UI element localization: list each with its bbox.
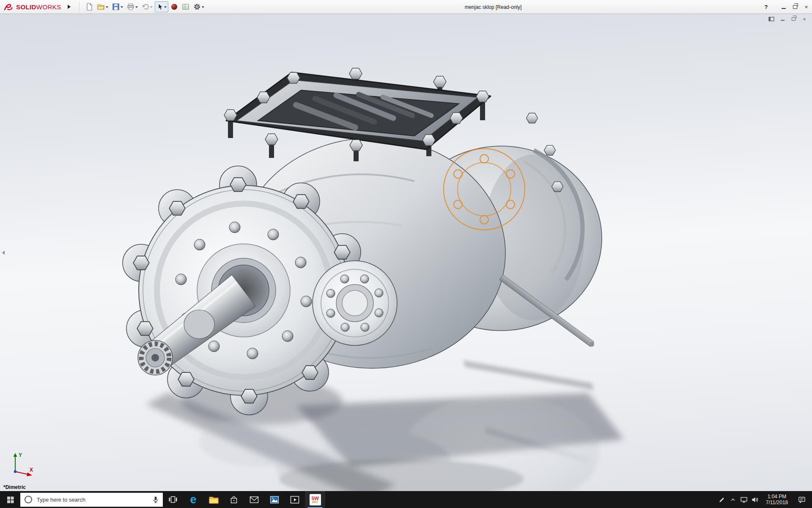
tray-clock[interactable]: 1:04 PM 7/11/2018: [760, 494, 793, 505]
microphone-icon[interactable]: [153, 496, 159, 503]
taskbar-item-mail[interactable]: [244, 491, 264, 508]
speaker-icon: [752, 497, 759, 503]
taskbar-item-file-explorer[interactable]: [203, 491, 224, 508]
select-dropdown-arrow[interactable]: [164, 6, 167, 9]
appearance-sphere-icon: [170, 3, 178, 11]
taskbar-item-movies-tv[interactable]: [285, 491, 305, 508]
mail-icon: [250, 496, 259, 503]
search-input[interactable]: [36, 496, 149, 503]
taskbar-item-photos[interactable]: [264, 491, 285, 508]
select-tool-button[interactable]: [155, 1, 168, 12]
print-dropdown-arrow[interactable]: [135, 6, 138, 9]
file-explorer-icon: [208, 495, 219, 504]
solidworks-logo: SOLIDWORKS: [0, 3, 61, 11]
print-icon: [127, 3, 134, 11]
options-dropdown-arrow[interactable]: [202, 6, 204, 9]
open-dropdown-arrow[interactable]: [106, 6, 108, 9]
panel-collapse-arrow[interactable]: [0, 249, 4, 256]
network-icon: [740, 497, 748, 503]
gearbox-assembly-model[interactable]: [0, 14, 812, 491]
z-axis-dot: [14, 470, 16, 473]
taskbar-item-task-view[interactable]: [163, 491, 183, 508]
help-button[interactable]: ?: [760, 0, 772, 14]
print-button[interactable]: [125, 1, 140, 12]
document-title: menjac sklop [Read-only]: [465, 0, 522, 14]
chevron-up-icon: [730, 497, 736, 502]
design-table-button[interactable]: [180, 1, 191, 12]
volume-button[interactable]: [749, 491, 760, 508]
brand-wordmark: SOLIDWORKS: [16, 3, 61, 11]
action-center-icon: [798, 496, 806, 503]
undo-dropdown-arrow[interactable]: [150, 6, 153, 9]
design-table-icon: [182, 3, 189, 11]
store-icon: [230, 495, 238, 504]
taskbar-item-solidworks[interactable]: SW 2017: [305, 491, 325, 508]
clock-date: 7/11/2018: [760, 500, 793, 505]
taskbar-item-store[interactable]: [224, 491, 244, 508]
y-axis-label: Y: [19, 452, 22, 458]
menu-flyout-arrow[interactable]: [66, 2, 73, 12]
clock-time: 1:04 PM: [760, 494, 793, 500]
start-button[interactable]: [0, 491, 20, 508]
solidworks-app-icon: SW 2017: [310, 494, 321, 505]
doc-minimize-icon: [781, 17, 785, 21]
open-button[interactable]: [95, 1, 110, 12]
save-button[interactable]: [110, 1, 125, 12]
taskbar: e SW 2017: [0, 491, 812, 508]
titlebar: SOLIDWORKS: [0, 0, 812, 14]
windows-ink-button[interactable]: [716, 491, 727, 508]
restore-button[interactable]: [789, 0, 801, 14]
movies-tv-icon: [290, 496, 299, 504]
taskbar-item-edge[interactable]: e: [183, 491, 203, 508]
photos-icon: [270, 496, 279, 504]
graphics-viewport[interactable]: × Y X *Dimetric: [0, 14, 812, 491]
action-center-button[interactable]: [793, 491, 810, 508]
doc-restore-button[interactable]: [789, 16, 798, 22]
minimize-icon: [782, 5, 786, 9]
top-cover[interactable]: [224, 68, 491, 161]
task-view-icon: [168, 495, 178, 504]
new-document-icon: [85, 3, 93, 11]
gear-icon: [193, 3, 201, 11]
doc-close-button[interactable]: ×: [800, 16, 809, 22]
orientation-triad: Y X: [6, 450, 37, 480]
edge-icon: e: [190, 494, 196, 505]
windows-logo-icon: [7, 496, 14, 503]
document-window-controls: ×: [767, 16, 809, 22]
cortana-icon: [25, 496, 32, 503]
dock-pane-button[interactable]: [767, 16, 776, 22]
appearance-sphere-button[interactable]: [169, 1, 180, 12]
save-dropdown-arrow[interactable]: [121, 6, 123, 9]
pen-icon: [719, 496, 725, 503]
save-icon: [112, 3, 120, 11]
dock-pane-icon: [768, 17, 774, 22]
doc-minimize-button[interactable]: [778, 16, 787, 22]
system-tray: 1:04 PM 7/11/2018: [716, 491, 812, 508]
network-button[interactable]: [738, 491, 749, 508]
secondary-flange[interactable]: [313, 261, 397, 345]
x-axis-label: X: [30, 467, 33, 473]
view-orientation-label: *Dimetric: [3, 484, 26, 490]
hidden-icons-button[interactable]: [727, 491, 738, 508]
x-axis-arrow: [27, 472, 32, 476]
minimize-button[interactable]: [778, 0, 789, 14]
main-toolbar: [79, 1, 206, 12]
undo-button[interactable]: [140, 1, 154, 12]
select-cursor-icon: [156, 3, 163, 11]
close-button[interactable]: ×: [801, 0, 812, 14]
ds-logo-icon: [3, 3, 14, 11]
y-axis-arrow: [14, 453, 17, 457]
restore-icon: [793, 5, 797, 9]
new-document-button[interactable]: [84, 1, 95, 12]
taskbar-search[interactable]: [20, 493, 163, 507]
options-button[interactable]: [192, 1, 206, 12]
doc-restore-icon: [792, 17, 796, 21]
window-controls: ? ×: [760, 0, 812, 14]
open-folder-icon: [97, 3, 105, 11]
undo-icon: [142, 3, 149, 11]
